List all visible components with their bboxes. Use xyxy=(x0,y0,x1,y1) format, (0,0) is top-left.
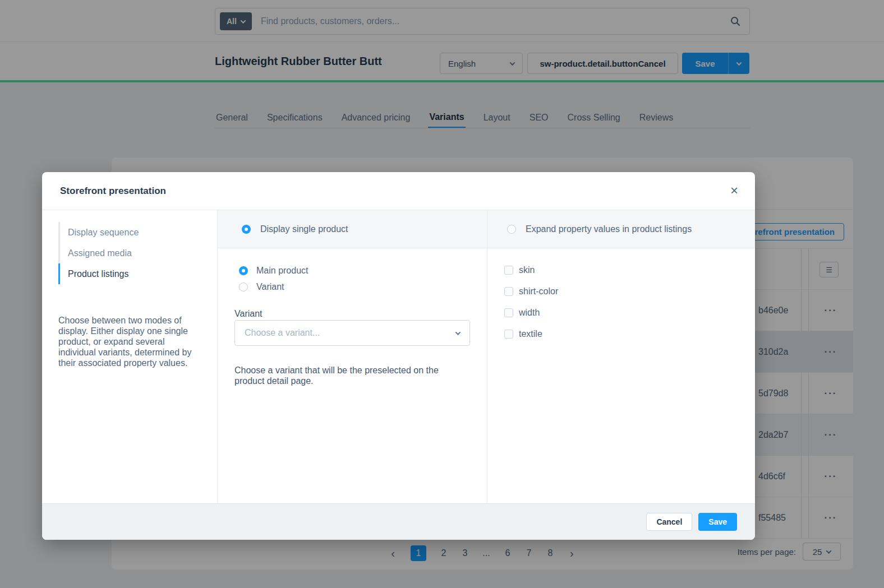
property-list: skin shirt-color width textile xyxy=(504,260,744,345)
property-textile[interactable]: textile xyxy=(504,323,744,345)
chevron-down-icon xyxy=(455,330,461,335)
modal-header: Storefront presentation × xyxy=(42,172,755,210)
expand-properties-column: Expand property values in product listin… xyxy=(487,210,755,503)
property-label: width xyxy=(519,308,540,318)
mode-description: Choose between two modes of display. Eit… xyxy=(58,315,201,368)
variant-select[interactable]: Choose a variant... xyxy=(234,320,470,346)
modal-title: Storefront presentation xyxy=(60,172,166,210)
checkbox-icon[interactable] xyxy=(504,266,513,275)
checkbox-icon[interactable] xyxy=(504,308,513,317)
radio-checked-icon[interactable] xyxy=(242,225,251,234)
property-label: skin xyxy=(519,265,535,275)
modal-cancel-button[interactable]: Cancel xyxy=(646,513,692,531)
modal-body: Display sequence Assigned media Product … xyxy=(42,210,755,503)
modal-save-button[interactable]: Save xyxy=(698,513,737,531)
expand-mode-option[interactable]: Expand property values in product listin… xyxy=(487,210,755,248)
radio-checked-icon[interactable] xyxy=(239,266,248,275)
single-product-mode-label: Display single product xyxy=(260,224,348,234)
storefront-presentation-modal: Storefront presentation × Display sequen… xyxy=(42,172,755,540)
single-product-mode-option[interactable]: Display single product xyxy=(218,210,487,248)
property-width[interactable]: width xyxy=(504,302,744,323)
variant-option[interactable]: Variant xyxy=(239,282,284,292)
variant-option-label: Variant xyxy=(256,282,284,292)
modal-sidebar: Display sequence Assigned media Product … xyxy=(42,210,218,503)
modal-nav: Display sequence Assigned media Product … xyxy=(58,222,206,284)
radio-unchecked-icon[interactable] xyxy=(239,283,248,291)
main-product-option[interactable]: Main product xyxy=(239,266,309,276)
variant-help-text: Choose a variant that will be the presel… xyxy=(234,365,460,386)
radio-unchecked-icon[interactable] xyxy=(507,225,516,234)
property-shirt-color[interactable]: shirt-color xyxy=(504,281,744,302)
nav-item-product-listings[interactable]: Product listings xyxy=(58,263,206,284)
property-label: shirt-color xyxy=(519,286,558,297)
checkbox-icon[interactable] xyxy=(504,330,513,339)
main-product-label: Main product xyxy=(256,266,309,276)
variant-select-placeholder: Choose a variant... xyxy=(245,328,320,338)
nav-item-display-sequence[interactable]: Display sequence xyxy=(58,222,206,243)
variant-field-label: Variant xyxy=(234,309,263,319)
nav-item-assigned-media[interactable]: Assigned media xyxy=(58,243,206,263)
property-label: textile xyxy=(519,329,542,339)
modal-footer: Cancel Save xyxy=(42,503,755,540)
expand-mode-label: Expand property values in product listin… xyxy=(526,224,692,234)
close-icon[interactable]: × xyxy=(730,184,738,197)
checkbox-icon[interactable] xyxy=(504,287,513,296)
property-skin[interactable]: skin xyxy=(504,260,744,281)
single-product-column: Display single product Main product Vari… xyxy=(218,210,487,503)
